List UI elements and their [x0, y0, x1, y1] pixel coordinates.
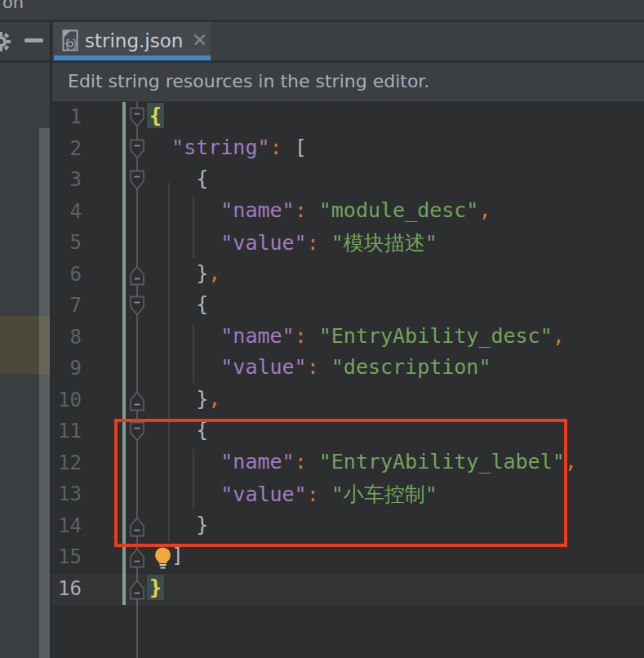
hide-panel-icon[interactable] — [24, 38, 43, 42]
code-line[interactable]: "value": "description" — [147, 355, 491, 379]
line-number: 12 — [51, 451, 82, 474]
editor-row-6[interactable]: 6 }, — [51, 260, 644, 291]
line-number: 9 — [51, 357, 82, 380]
fold-down-icon[interactable] — [129, 296, 145, 320]
token — [319, 355, 331, 379]
notification-message: Edit string resources in the string edit… — [68, 71, 429, 91]
editor-row-7[interactable]: 7 { — [51, 291, 644, 322]
editor-row-1[interactable]: 1{ — [51, 102, 644, 134]
breadcrumb-bar: on — [0, 0, 644, 20]
token — [319, 231, 331, 255]
token: "EntryAbility_desc" — [319, 324, 553, 348]
token: "value" — [220, 231, 306, 255]
tab-close-icon[interactable]: ✕ — [192, 29, 207, 51]
token: : — [270, 136, 282, 159]
code-line[interactable]: { — [147, 167, 208, 190]
line-number: 14 — [51, 514, 82, 537]
code-line[interactable]: } — [147, 576, 164, 599]
token: "name" — [220, 324, 294, 348]
editor-row-10[interactable]: 10 }, — [51, 385, 644, 417]
line-number: 1 — [51, 105, 82, 128]
line-number: 8 — [51, 326, 82, 349]
token: , — [208, 261, 220, 285]
code-line[interactable]: { — [147, 104, 164, 127]
editor-tab-bar: { } string.json ✕ — [52, 22, 644, 60]
token: : — [307, 231, 319, 255]
fold-down-icon[interactable] — [129, 170, 145, 194]
token — [307, 324, 319, 348]
token — [147, 324, 220, 348]
fold-up-icon[interactable] — [129, 579, 145, 603]
line-number: 13 — [51, 482, 82, 505]
breadcrumb-text: on — [2, 0, 24, 12]
json-file-icon: { } — [60, 29, 82, 52]
token: "description" — [331, 355, 491, 379]
fold-down-icon[interactable] — [129, 107, 145, 131]
token: "模块描述" — [331, 231, 437, 255]
token: "name" — [220, 198, 294, 222]
token: } — [147, 387, 208, 411]
token — [147, 198, 220, 222]
token: "value" — [220, 355, 306, 379]
token: , — [553, 324, 565, 348]
header-row: { } string.json ✕ — [0, 22, 644, 60]
code-line[interactable]: "name": "EntryAbility_desc", — [147, 324, 565, 348]
line-number: 7 — [51, 294, 82, 317]
token: { — [147, 167, 208, 190]
line-number: 15 — [51, 545, 82, 568]
token: "string" — [171, 136, 269, 159]
token: "module_desc" — [319, 198, 479, 222]
svg-text:{: { — [64, 38, 70, 50]
code-editor[interactable]: 1{2 "string": [3 {4 "name": "module_desc… — [51, 101, 644, 658]
token: { — [147, 292, 208, 316]
intention-bulb-icon[interactable] — [153, 546, 173, 571]
line-number: 3 — [51, 168, 82, 191]
line-number: 2 — [51, 137, 82, 160]
token: [ — [282, 136, 307, 159]
fold-down-icon[interactable] — [129, 139, 145, 163]
token: } — [147, 575, 164, 600]
token — [147, 355, 220, 379]
code-line[interactable]: "name": "module_desc", — [147, 198, 491, 222]
code-line[interactable]: }, — [147, 261, 220, 285]
token — [307, 198, 319, 222]
left-tool-window — [0, 63, 50, 658]
editor-row-8[interactable]: 8 "name": "EntryAbility_desc", — [51, 322, 644, 354]
editor-row-16[interactable]: 16} — [51, 574, 644, 606]
tool-window-header — [0, 22, 50, 60]
editor-row-4[interactable]: 4 "name": "module_desc", — [51, 197, 644, 229]
settings-gear-icon[interactable] — [0, 31, 11, 52]
code-line[interactable]: "string": [ — [147, 136, 307, 159]
code-line[interactable]: }, — [147, 387, 220, 411]
token: { — [147, 103, 164, 128]
line-number: 6 — [51, 263, 82, 286]
fold-up-icon[interactable] — [129, 265, 145, 289]
line-number: 16 — [51, 577, 82, 600]
editor-row-2[interactable]: 2 "string": [ — [51, 134, 644, 166]
token — [147, 231, 220, 255]
line-number: 5 — [51, 231, 82, 254]
panel-scrollbar[interactable] — [39, 128, 50, 658]
token: , — [208, 387, 220, 411]
highlight-rectangle — [114, 419, 567, 547]
fold-up-icon[interactable] — [129, 390, 145, 415]
ide-window: on — [0, 0, 644, 658]
token: , — [478, 198, 491, 222]
editor-row-3[interactable]: 3 { — [51, 165, 644, 197]
token: : — [307, 355, 319, 379]
line-number: 4 — [51, 200, 82, 223]
fold-up-icon[interactable] — [129, 547, 145, 571]
line-number: 10 — [51, 389, 82, 411]
token: } — [147, 261, 208, 285]
token: : — [295, 198, 307, 222]
editor-row-9[interactable]: 9 "value": "description" — [51, 353, 644, 385]
line-number: 11 — [51, 420, 82, 442]
token — [147, 136, 171, 159]
notification-bar: Edit string resources in the string edit… — [52, 63, 644, 101]
tab-string-json[interactable]: { } string.json ✕ — [54, 22, 211, 60]
tab-label: string.json — [85, 30, 183, 51]
code-line[interactable]: { — [147, 292, 208, 316]
token: : — [295, 324, 307, 348]
editor-row-5[interactable]: 5 "value": "模块描述" — [51, 228, 644, 260]
code-line[interactable]: "value": "模块描述" — [147, 229, 437, 256]
